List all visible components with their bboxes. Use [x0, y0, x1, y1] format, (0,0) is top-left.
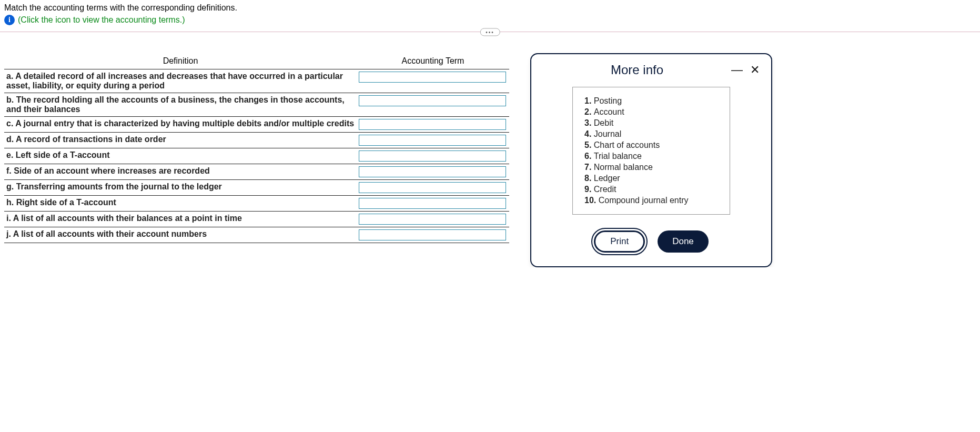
definition-cell: h. Right side of a T-account [4, 196, 357, 212]
definition-cell: a. A detailed record of all increases an… [4, 69, 357, 93]
term-label: Compound journal entry [599, 196, 689, 205]
list-item: 5. Chart of accounts [584, 140, 718, 150]
accounting-term-input[interactable] [359, 119, 506, 130]
term-label: Journal [594, 129, 621, 138]
definition-cell: f. Side of an account where increases ar… [4, 164, 357, 180]
minimize-icon[interactable]: — [731, 64, 743, 76]
table-row: e. Left side of a T-account [4, 148, 509, 164]
accounting-term-input[interactable] [359, 95, 506, 106]
table-row: g. Transferring amounts from the journal… [4, 180, 509, 196]
term-number: 3. [584, 118, 594, 127]
more-info-modal: More info — ✕ 1. Posting2. Account3. Deb… [530, 53, 772, 267]
table-row: a. A detailed record of all increases an… [4, 69, 509, 93]
done-button[interactable]: Done [658, 230, 709, 253]
term-cell [357, 117, 509, 133]
column-header-term: Accounting Term [357, 53, 509, 69]
section-divider: ••• [0, 32, 980, 32]
hint-text: (Click the icon to view the accounting t… [18, 15, 185, 25]
list-item: 4. Journal [584, 129, 718, 139]
term-cell [357, 227, 509, 243]
definition-cell: b. The record holding all the accounts o… [4, 93, 357, 117]
definition-cell: g. Transferring amounts from the journal… [4, 180, 357, 196]
accounting-term-input[interactable] [359, 182, 506, 193]
column-header-definition: Definition [4, 53, 357, 69]
info-icon[interactable]: i [4, 15, 15, 25]
term-cell [357, 196, 509, 212]
term-label: Credit [594, 185, 617, 194]
term-label: Chart of accounts [594, 140, 660, 149]
accounting-term-input[interactable] [359, 214, 506, 225]
hint-line: i (Click the icon to view the accounting… [4, 15, 976, 25]
list-item: 3. Debit [584, 118, 718, 128]
term-cell [357, 180, 509, 196]
term-number: 1. [584, 96, 594, 105]
table-row: c. A journal entry that is characterized… [4, 117, 509, 133]
definition-cell: j. A list of all accounts with their acc… [4, 227, 357, 243]
list-item: 6. Trial balance [584, 152, 718, 161]
term-cell [357, 69, 509, 93]
accounting-term-input[interactable] [359, 198, 506, 209]
term-label: Trial balance [594, 152, 642, 160]
terms-list-box: 1. Posting2. Account3. Debit4. Journal5.… [572, 87, 730, 215]
list-item: 7. Normal balance [584, 163, 718, 172]
accounting-term-input[interactable] [359, 135, 506, 146]
term-number: 2. [584, 107, 594, 116]
accounting-term-input[interactable] [359, 166, 506, 177]
term-number: 5. [584, 140, 594, 149]
table-row: f. Side of an account where increases ar… [4, 164, 509, 180]
list-item: 10. Compound journal entry [584, 196, 718, 205]
definitions-table: Definition Accounting Term a. A detailed… [4, 53, 509, 243]
term-number: 6. [584, 152, 594, 160]
accounting-term-input[interactable] [359, 229, 506, 240]
table-row: h. Right side of a T-account [4, 196, 509, 212]
list-item: 9. Credit [584, 185, 718, 194]
table-row: j. A list of all accounts with their acc… [4, 227, 509, 243]
question-text: Match the accounting terms with the corr… [4, 3, 976, 13]
close-icon[interactable]: ✕ [750, 64, 760, 76]
definition-cell: e. Left side of a T-account [4, 148, 357, 164]
term-cell [357, 212, 509, 227]
list-item: 1. Posting [584, 96, 718, 106]
term-number: 8. [584, 174, 594, 183]
accounting-term-input[interactable] [359, 150, 506, 162]
term-label: Normal balance [594, 163, 653, 172]
expand-pill-icon[interactable]: ••• [480, 28, 500, 36]
term-cell [357, 164, 509, 180]
accounting-term-input[interactable] [359, 72, 506, 83]
term-number: 7. [584, 163, 594, 172]
list-item: 2. Account [584, 107, 718, 117]
term-cell [357, 133, 509, 148]
definition-cell: c. A journal entry that is characterized… [4, 117, 357, 133]
term-cell [357, 148, 509, 164]
definition-cell: d. A record of transactions in date orde… [4, 133, 357, 148]
term-label: Account [594, 107, 624, 116]
print-button[interactable]: Print [594, 230, 645, 253]
term-label: Ledger [594, 174, 620, 183]
table-row: i. A list of all accounts with their bal… [4, 212, 509, 227]
definitions-table-area: Definition Accounting Term a. A detailed… [4, 53, 509, 243]
term-number: 4. [584, 129, 594, 138]
term-label: Debit [594, 118, 613, 127]
list-item: 8. Ledger [584, 174, 718, 183]
term-number: 9. [584, 185, 594, 194]
question-header: Match the accounting terms with the corr… [0, 0, 980, 32]
definition-cell: i. A list of all accounts with their bal… [4, 212, 357, 227]
modal-title: More info [543, 63, 731, 77]
table-row: d. A record of transactions in date orde… [4, 133, 509, 148]
table-row: b. The record holding all the accounts o… [4, 93, 509, 117]
term-cell [357, 93, 509, 117]
term-label: Posting [594, 96, 622, 105]
term-number: 10. [584, 196, 599, 205]
